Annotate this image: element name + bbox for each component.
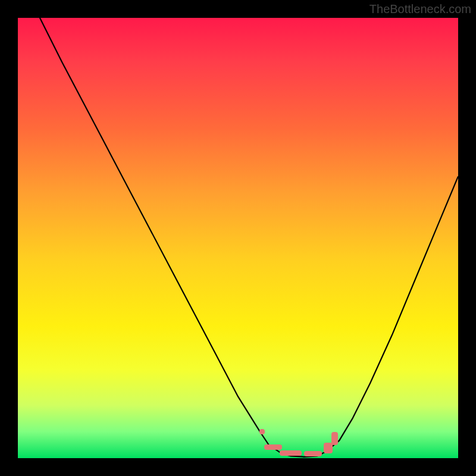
chart-plot-area: [18, 18, 458, 458]
data-marker: [304, 451, 322, 456]
data-marker: [264, 444, 282, 450]
data-markers-layer: [18, 18, 458, 458]
data-marker: [259, 429, 265, 434]
watermark-text: TheBottleneck.com: [369, 2, 471, 16]
data-marker: [324, 443, 333, 454]
data-marker: [280, 450, 302, 456]
data-marker: [331, 432, 338, 445]
